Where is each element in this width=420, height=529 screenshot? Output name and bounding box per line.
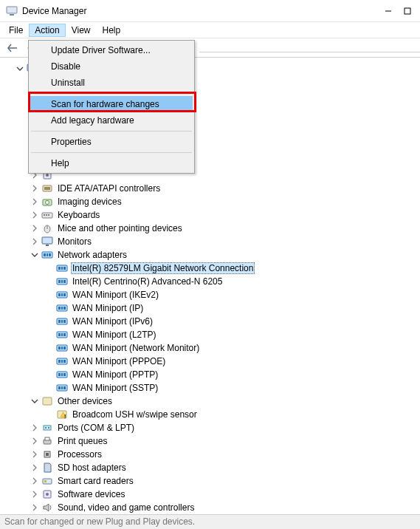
tree-node[interactable]: WAN Miniport (SSTP)	[4, 381, 420, 395]
minimize-button[interactable]	[379, 3, 398, 19]
chevron-down-icon[interactable]	[30, 250, 40, 260]
tree-node[interactable]: WAN Miniport (IP)	[4, 301, 420, 315]
tree-node[interactable]: WAN Miniport (PPPOE)	[4, 355, 420, 368]
context-menu-item-label: Properties	[51, 137, 92, 147]
svg-rect-53	[63, 307, 66, 310]
svg-rect-82	[45, 427, 47, 429]
chevron-right-icon[interactable]	[30, 463, 40, 473]
context-menu-item[interactable]: Uninstall	[30, 75, 193, 91]
context-menu-item[interactable]: Disable	[30, 58, 193, 75]
tree-node-label: Imaging devices	[56, 197, 123, 207]
tree-node[interactable]: Software devices	[4, 488, 420, 501]
maximize-button[interactable]	[398, 3, 417, 19]
tree-node-label: Intel(R) 82579LM Gigabit Network Connect…	[71, 262, 255, 274]
menu-file[interactable]: File	[3, 24, 29, 37]
window-title: Device Manager	[22, 6, 379, 16]
svg-rect-27	[44, 214, 45, 216]
tree-node[interactable]: Network adapters	[4, 248, 420, 262]
window-controls	[379, 3, 417, 19]
svg-rect-55	[58, 320, 61, 323]
svg-rect-88	[43, 479, 52, 484]
context-menu-item[interactable]: Scan for hardware changes	[30, 96, 193, 112]
chevron-right-icon[interactable]	[30, 210, 40, 220]
tree-node[interactable]: IDE ATA/ATAPI controllers	[4, 182, 420, 195]
tree-node-label: Other devices	[56, 396, 114, 406]
svg-rect-43	[58, 280, 61, 283]
tree-node[interactable]: Ports (COM & LPT)	[4, 421, 420, 434]
card-icon	[41, 475, 53, 487]
chevron-right-icon[interactable]	[30, 449, 40, 460]
tree-node[interactable]: Processors	[4, 448, 420, 461]
tree-node[interactable]: Print queues	[4, 434, 420, 448]
tree-node-label: WAN Miniport (SSTP)	[71, 383, 159, 393]
back-button[interactable]	[4, 40, 21, 56]
chevron-right-icon[interactable]	[30, 476, 40, 486]
svg-rect-33	[46, 245, 49, 246]
tree-node[interactable]: WAN Miniport (Network Monitor)	[4, 341, 420, 355]
chevron-right-icon[interactable]	[30, 489, 40, 499]
tree-node[interactable]: WAN Miniport (IKEv2)	[4, 288, 420, 301]
svg-rect-1	[10, 14, 14, 16]
menu-view[interactable]: View	[66, 24, 97, 37]
context-menu-item[interactable]: Add legacy hardware	[30, 112, 193, 129]
svg-point-91	[46, 493, 49, 496]
context-menu-item[interactable]: Help	[30, 155, 193, 171]
chevron-right-icon[interactable]	[30, 197, 40, 207]
menu-help[interactable]: Help	[97, 24, 127, 37]
tree-node[interactable]: WAN Miniport (IPv6)	[4, 315, 420, 328]
tree-node[interactable]: Monitors	[4, 235, 420, 248]
chevron-right-icon[interactable]	[30, 502, 40, 513]
context-menu-item[interactable]: Update Driver Software...	[30, 42, 193, 58]
tree-node-label: WAN Miniport (Network Monitor)	[71, 343, 201, 353]
menu-action[interactable]: Action	[29, 24, 65, 37]
other-icon	[41, 395, 53, 407]
tree-node[interactable]: !Broadcom USH w/swipe sensor	[4, 408, 420, 421]
context-menu-item[interactable]: Properties	[30, 134, 193, 150]
svg-rect-48	[61, 293, 63, 296]
svg-rect-67	[58, 360, 61, 363]
chevron-down-icon[interactable]	[30, 396, 40, 406]
status-bar: Scan for changed or new Plug and Play de…	[0, 514, 420, 529]
svg-rect-77	[63, 386, 66, 389]
tree-node[interactable]: Imaging devices	[4, 195, 420, 208]
app-icon	[6, 5, 18, 17]
tree-node[interactable]: WAN Miniport (L2TP)	[4, 328, 420, 341]
svg-rect-36	[47, 253, 48, 256]
chevron-right-icon[interactable]	[30, 423, 40, 433]
network-icon	[56, 342, 68, 354]
chevron-right-icon[interactable]	[30, 183, 40, 194]
svg-rect-63	[58, 347, 61, 349]
svg-rect-75	[58, 386, 61, 389]
svg-rect-72	[61, 373, 63, 376]
tree-node[interactable]: WAN Miniport (PPTP)	[4, 368, 420, 381]
cpu-icon	[41, 448, 53, 460]
tree-node[interactable]: Smart card readers	[4, 474, 420, 488]
tree-node-label: Smart card readers	[56, 476, 135, 486]
svg-rect-64	[61, 347, 63, 349]
chevron-down-icon[interactable]	[15, 64, 25, 74]
network-icon	[56, 382, 68, 394]
chevron-right-icon[interactable]	[30, 236, 40, 247]
tree-node-label: Monitors	[56, 236, 93, 247]
network-icon	[56, 355, 68, 367]
tree-node[interactable]: Other devices	[4, 395, 420, 408]
tree-node-label: Print queues	[56, 436, 109, 446]
tree-node[interactable]: Mice and other pointing devices	[4, 222, 420, 235]
svg-rect-83	[48, 427, 49, 429]
warning-icon: !	[56, 409, 68, 420]
context-menu-item-label: Disable	[51, 61, 80, 72]
context-menu-item-label: Uninstall	[51, 78, 85, 88]
tree-node[interactable]: Sound, video and game controllers	[4, 501, 420, 514]
tree-node[interactable]: SD host adapters	[4, 461, 420, 474]
svg-point-25	[46, 201, 49, 205]
chevron-right-icon[interactable]	[30, 223, 40, 233]
tree-node-label: WAN Miniport (IPv6)	[71, 316, 154, 327]
tree-node[interactable]: Keyboards	[4, 208, 420, 222]
svg-rect-89	[44, 480, 47, 482]
tree-node-label: Keyboards	[56, 210, 101, 220]
tree-node[interactable]: Intel(R) Centrino(R) Advanced-N 6205	[4, 275, 420, 288]
network-icon	[56, 276, 68, 287]
tree-node[interactable]: Intel(R) 82579LM Gigabit Network Connect…	[4, 262, 420, 275]
context-menu-item-label: Add legacy hardware	[51, 115, 134, 126]
chevron-right-icon[interactable]	[30, 436, 40, 446]
